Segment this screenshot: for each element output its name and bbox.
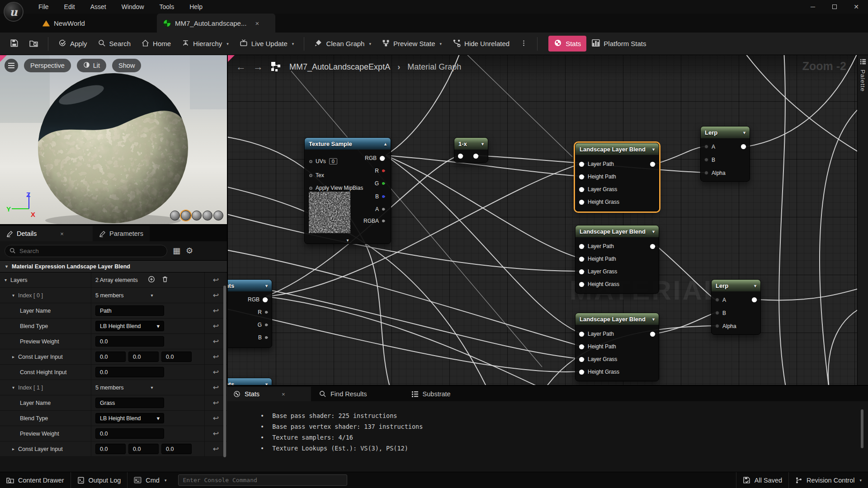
const-layer-input-input-2[interactable]: 0.0	[161, 352, 192, 362]
output-pin-g[interactable]	[265, 324, 268, 326]
preview-state-button[interactable]: Preview State▾	[377, 36, 447, 52]
const-height-input-input[interactable]: 0.0	[95, 367, 164, 377]
menu-window[interactable]: Window	[116, 1, 150, 12]
node-one-minus-x[interactable]: 1-x▾	[454, 137, 488, 163]
sphere-shape-button[interactable]	[181, 211, 191, 221]
cmd-selector[interactable]: Cmd ▾	[127, 472, 173, 488]
reset-to-default-icon[interactable]: ↩	[213, 306, 219, 315]
node-texture-sample[interactable]: Texture Sample▴UVs0TexApply View MipBias…	[304, 137, 391, 244]
reset-to-default-icon[interactable]: ↩	[213, 352, 219, 361]
details-search-box[interactable]	[5, 245, 167, 257]
const-layer-input-input-1[interactable]: 0.0	[128, 352, 159, 362]
layer-name-input[interactable]: Path	[95, 305, 164, 316]
hide-unrelated-button[interactable]: Hide Unrelated	[447, 36, 515, 52]
all-saved-button[interactable]: All Saved	[736, 472, 788, 488]
details-category-header[interactable]: ▾ Material Expression Landscape Layer Bl…	[0, 260, 227, 272]
more-button[interactable]	[515, 37, 533, 51]
input-pin[interactable]	[458, 154, 463, 159]
input-pin-height-grass[interactable]	[579, 200, 584, 205]
output-pin-circle[interactable]	[650, 162, 655, 167]
menu-edit[interactable]: Edit	[58, 1, 81, 12]
blend-type-select[interactable]: LB Height Blend▾	[95, 413, 164, 423]
output-pin[interactable]	[741, 144, 746, 149]
output-pin-rgb[interactable]	[380, 156, 385, 161]
node-landscape-layer-blend-2[interactable]: Landscape Layer Blend▾Layer PathHeight P…	[575, 225, 659, 294]
console-command-input[interactable]	[178, 474, 347, 486]
material-graph-canvas[interactable]: MATERIAL Texture Sample▴UVs0TexApply Vie…	[227, 55, 868, 385]
display-options-grid-icon[interactable]: ▦	[173, 246, 180, 256]
reset-to-default-icon[interactable]: ↩	[213, 337, 219, 346]
tab-details[interactable]: Details ×	[0, 226, 93, 241]
input-pin-uvs[interactable]	[309, 160, 312, 163]
viewport-pill-perspective[interactable]: Perspective	[24, 59, 71, 72]
input-pin-layer-path[interactable]	[579, 244, 584, 249]
input-pin-layer-grass[interactable]	[579, 187, 584, 192]
const-layer-input-input-0[interactable]: 0.0	[95, 352, 126, 362]
output-pin-circle[interactable]	[650, 332, 655, 337]
input-pin-height-path[interactable]	[579, 344, 584, 349]
output-pin-circle[interactable]	[650, 244, 655, 249]
output-pin-circle[interactable]	[741, 144, 746, 149]
expand-chevron-icon[interactable]: ▾	[305, 238, 391, 243]
node-lerp-1[interactable]: Lerp▾ABAlpha	[700, 126, 750, 182]
input-pin-alpha[interactable]	[704, 171, 708, 175]
search-button[interactable]: Search	[93, 36, 137, 52]
input-pin-layer-path[interactable]	[579, 332, 584, 337]
save-button[interactable]	[5, 36, 24, 52]
revision-control-button[interactable]: Revision Control ▾	[789, 472, 868, 488]
menu-asset[interactable]: Asset	[85, 1, 112, 12]
reset-to-default-icon[interactable]: ↩	[213, 368, 219, 376]
reset-to-default-icon[interactable]: ↩	[213, 383, 219, 392]
back-arrow-icon[interactable]: ←	[236, 61, 246, 73]
input-pin-tex[interactable]	[309, 174, 312, 177]
input-pin-a[interactable]	[715, 298, 719, 302]
input-pin-apply-view-mipbias[interactable]	[309, 187, 312, 190]
output-pin[interactable]	[650, 332, 656, 337]
const-layer-input-input-1[interactable]: 0.0	[128, 444, 159, 454]
input-pin-layer-path[interactable]	[579, 162, 584, 167]
details-scrollbar[interactable]	[223, 286, 226, 457]
platform-stats-button[interactable]: Platform Stats	[586, 36, 651, 52]
details-tab-close-icon[interactable]: ×	[60, 230, 64, 237]
reset-to-default-icon[interactable]: ↩	[213, 429, 219, 438]
plane-shape-button[interactable]	[192, 211, 202, 221]
node-header[interactable]: Lerp▾	[701, 127, 750, 138]
cylinder-shape-button[interactable]	[170, 211, 180, 221]
input-pin-a[interactable]	[704, 145, 708, 149]
menu-file[interactable]: File	[33, 1, 55, 12]
node-components-node-2[interactable]: mponents▾	[227, 378, 272, 385]
stats-tab-close-icon[interactable]: ×	[282, 391, 285, 398]
add-element-icon[interactable]	[148, 276, 155, 284]
close-button[interactable]: ✕	[847, 1, 865, 13]
mesh-shape-button[interactable]	[213, 211, 223, 221]
palette-side-tab[interactable]: Palette	[857, 55, 868, 385]
node-header[interactable]: mponents▾	[227, 280, 272, 291]
node-header[interactable]: Landscape Layer Blend▾	[576, 313, 659, 325]
maximize-button[interactable]	[826, 1, 844, 13]
output-pin[interactable]	[650, 244, 656, 249]
preview-weight-input[interactable]: 0.0	[95, 336, 164, 347]
settings-gear-icon[interactable]: ⚙	[186, 246, 193, 256]
node-header[interactable]: Texture Sample▴	[305, 138, 391, 150]
node-header[interactable]: Landscape Layer Blend▾	[576, 225, 659, 237]
apply-button[interactable]: Apply	[53, 36, 93, 52]
output-pin-circle[interactable]	[752, 297, 757, 302]
tab-close-icon[interactable]: ×	[255, 19, 259, 27]
output-pin-r[interactable]	[265, 311, 268, 314]
reset-to-default-icon[interactable]: ↩	[213, 445, 219, 453]
input-pin-b[interactable]	[715, 311, 719, 315]
live-update-button[interactable]: Live Update▾	[234, 36, 300, 52]
stats-button[interactable]: Stats	[548, 36, 586, 52]
reset-to-default-icon[interactable]: ↩	[213, 322, 219, 330]
tab-material-asset[interactable]: MM7_AutoLandscape... ×	[157, 14, 275, 33]
details-search-input[interactable]	[19, 248, 146, 254]
output-pin-r[interactable]	[382, 169, 385, 172]
input-pin-b[interactable]	[704, 158, 708, 162]
tab-stats[interactable]: Stats ×	[227, 387, 311, 401]
node-landscape-layer-blend-3[interactable]: Landscape Layer Blend▾Layer PathHeight P…	[575, 313, 659, 381]
content-drawer-button[interactable]: Content Drawer	[0, 472, 71, 488]
input-pin-layer-grass[interactable]	[579, 357, 584, 362]
stats-scrollbar[interactable]	[861, 409, 863, 448]
tab-newworld[interactable]: NewWorld	[36, 14, 91, 33]
output-pin-g[interactable]	[382, 182, 385, 185]
